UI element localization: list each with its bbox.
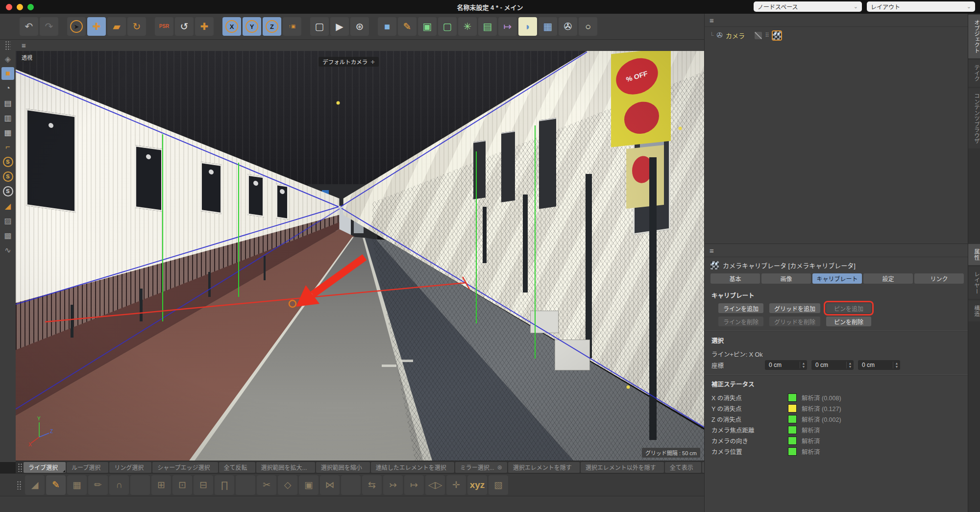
mirror-selection-tab[interactable]: ミラー選択...⊛ <box>455 462 507 473</box>
point-cube-icon[interactable]: ▧ <box>489 475 508 495</box>
visibility-toggle-icon[interactable] <box>755 32 762 39</box>
add-cube-icon[interactable]: ■ <box>378 17 396 36</box>
cube-tool-icon[interactable]: ▣ <box>299 475 318 495</box>
collapse-icon[interactable]: ↦ <box>404 475 424 495</box>
coordinate-system-icon[interactable]: ↑▣ <box>283 17 301 36</box>
subdivision-icon[interactable]: ▣ <box>418 17 437 36</box>
stitch-icon[interactable]: ⋈ <box>320 475 340 495</box>
tab-image[interactable]: 画像 <box>761 273 811 284</box>
attribute-manager-menu-icon[interactable]: ≡ <box>710 246 714 255</box>
last-tool-icon[interactable]: ↺ <box>175 17 194 36</box>
plane-grid-icon[interactable]: ▦ <box>539 17 557 36</box>
coordinate-field[interactable]: 0 cm ▲ ▼ <box>811 360 854 370</box>
texture-mode-icon[interactable]: ◔ <box>1 82 14 95</box>
stepper[interactable]: ▲ ▼ <box>846 362 854 368</box>
lattice-icon[interactable]: ✳ <box>458 17 477 36</box>
vtab-takes[interactable]: テイク <box>968 60 980 87</box>
vtab-content-browser[interactable]: コンテンツブラウザ <box>968 88 980 149</box>
xyz-icon[interactable]: xyz <box>467 475 487 495</box>
model-mode-icon[interactable]: ■ <box>1 67 14 80</box>
polygon-mode-icon[interactable]: ▦ <box>1 126 14 139</box>
axis-modify-icon[interactable]: ◢ <box>1 199 14 212</box>
object-name[interactable]: カメラ <box>726 31 745 40</box>
convert-mode-icon[interactable]: ◈ <box>1 52 14 65</box>
edge-mode-icon[interactable]: ▥ <box>1 111 14 124</box>
vtab-layers[interactable]: レイヤー <box>968 267 980 299</box>
rotate-tool-icon[interactable]: ↻ <box>127 17 146 36</box>
vtab-structure[interactable]: 構造 <box>968 300 980 321</box>
shrink-selection-tab[interactable]: 選択範囲を縮小 <box>316 462 370 473</box>
invert-all-tab[interactable]: 全て反転 <box>219 462 255 473</box>
extrude-icon[interactable]: ⊞ <box>151 475 171 495</box>
show-all-tab[interactable]: 全て表示 <box>665 462 701 473</box>
workplane-snap-icon[interactable]: S <box>1 185 14 197</box>
move-tool-icon[interactable]: ✚ <box>87 17 106 36</box>
object-manager-menu-icon[interactable]: ≡ <box>710 16 714 24</box>
viewport[interactable]: ≡ % OF <box>16 40 704 461</box>
live-selection-tab[interactable]: ライブ選択 <box>24 462 66 473</box>
layout-dropdown[interactable]: レイアウト ⌄ <box>867 1 975 12</box>
grow-selection-tab[interactable]: 選択範囲を拡大... <box>256 462 315 473</box>
coil-icon[interactable]: ∿ <box>1 244 14 256</box>
loop-selection-tab[interactable]: ループ選択 <box>67 462 108 473</box>
workplane-mode-icon[interactable]: ⌐ <box>1 141 14 153</box>
render-settings-icon[interactable]: ⊛ <box>350 17 369 36</box>
vtab-attributes[interactable]: 属性 <box>968 244 980 265</box>
bevel-icon[interactable]: ◢ <box>25 475 45 495</box>
array-icon[interactable]: ▤ <box>478 17 497 36</box>
camera-label-badge[interactable]: デフォルトカメラ ✛ <box>318 57 378 67</box>
cone-icon[interactable]: ◇ <box>278 475 297 495</box>
scale-tool-icon[interactable]: ▰ <box>107 17 126 36</box>
redo-icon[interactable]: ↷ <box>40 17 58 36</box>
x-axis-lock-icon[interactable]: X <box>222 17 241 36</box>
stepper[interactable]: ▲ ▼ <box>893 362 900 368</box>
point-mode-icon[interactable]: ▤ <box>1 97 14 109</box>
knife-icon[interactable]: ✂ <box>257 475 276 495</box>
tab-settings[interactable]: 設定 <box>863 273 913 284</box>
smooth-shift-icon[interactable]: ⊟ <box>194 475 213 495</box>
ring-selection-tab[interactable]: リング選択 <box>109 462 151 473</box>
axis-move-icon[interactable]: ✛ <box>446 475 466 495</box>
stepper[interactable]: ▲ ▼ <box>800 362 807 368</box>
texture-axis-icon[interactable]: ▨ <box>1 214 14 227</box>
z-axis-lock-icon[interactable]: Z <box>263 17 281 36</box>
camera-tool-icon[interactable]: ✇ <box>559 17 577 36</box>
render-view-icon[interactable]: ▢ <box>310 17 329 36</box>
dots-arrow-icon[interactable]: ↣ <box>383 475 403 495</box>
delete-pin-button[interactable]: ピンを削除 <box>826 317 871 326</box>
vtab-objects[interactable]: オブジェクト <box>968 15 980 58</box>
pen-icon[interactable]: ✎ <box>46 475 66 495</box>
lock-workplane-icon[interactable]: ▩ <box>1 229 14 242</box>
split-icon[interactable]: ⇆ <box>362 475 382 495</box>
retopo-icon[interactable]: ▦ <box>67 475 87 495</box>
viewport-menu-icon[interactable]: ≡ <box>22 41 26 49</box>
delete-grid-button[interactable]: グリッドを削除 <box>769 317 820 326</box>
bridge-icon[interactable]: ∏ <box>215 475 234 495</box>
tab-link[interactable]: リンク <box>914 273 964 284</box>
spline-arrow-icon[interactable]: ↦ <box>498 17 517 36</box>
brush-icon[interactable]: ✏ <box>88 475 108 495</box>
pen-spline-icon[interactable]: ✎ <box>398 17 416 36</box>
object-row-camera[interactable]: └ ✇ カメラ ⠿ <box>705 30 968 41</box>
coordinate-field[interactable]: 0 cm ▲ ▼ <box>858 360 900 370</box>
enable-snap-icon[interactable]: S <box>1 155 14 168</box>
undo-icon[interactable]: ↶ <box>20 17 38 36</box>
mirror-icon[interactable]: ◁▷ <box>425 475 445 495</box>
render-picture-icon[interactable]: ▶ <box>330 17 349 36</box>
hide-unselected-tab[interactable]: 選択エレメント以外を隠す <box>581 462 664 473</box>
global-move-icon[interactable]: ✚ <box>195 17 214 36</box>
quantize-snap-icon[interactable]: S <box>1 170 14 183</box>
sharp-edge-selection-tab[interactable]: シャープエッジ選択 <box>152 462 218 473</box>
hide-selected-tab[interactable]: 選択エレメントを隠す <box>508 462 580 473</box>
inner-extrude-icon[interactable]: ⊡ <box>172 475 192 495</box>
add-pin-button[interactable]: ピンを追加 <box>826 303 871 313</box>
visibility-dots-icon[interactable]: ⠿ <box>765 32 770 39</box>
coordinate-field[interactable]: 0 cm ▲ ▼ <box>765 360 807 370</box>
live-selection-icon[interactable]: ➤ <box>67 17 86 36</box>
viewport-photo[interactable]: % OFF <box>16 51 704 461</box>
y-axis-lock-icon[interactable]: Y <box>243 17 261 36</box>
magnet-icon[interactable]: ∩ <box>109 475 129 495</box>
delete-line-button[interactable]: ラインを削除 <box>718 317 763 326</box>
volume-icon[interactable]: ▢ <box>438 17 457 36</box>
tab-basic[interactable]: 基本 <box>710 273 760 284</box>
